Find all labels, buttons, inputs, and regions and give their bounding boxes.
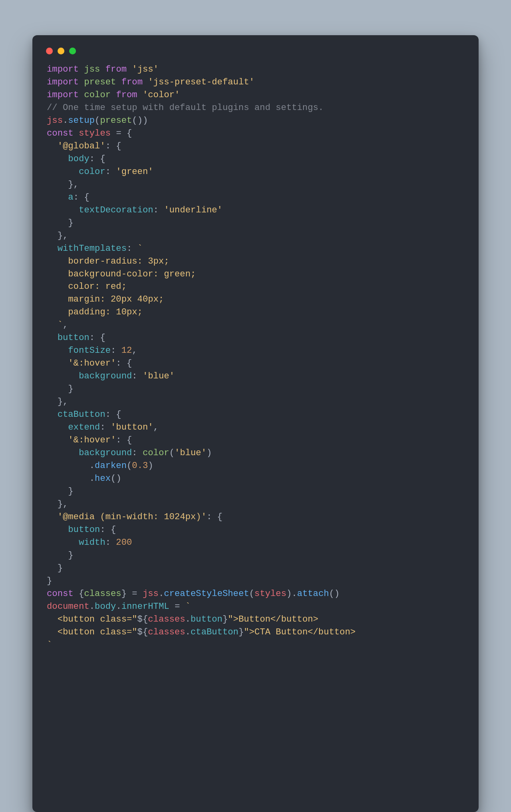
keyword-import: import <box>47 90 79 100</box>
key-hover: '&:hover' <box>68 358 116 368</box>
ident-classes: classes <box>148 614 185 624</box>
tpl-line: color: red; <box>47 282 127 292</box>
ident-preset: preset <box>84 77 116 87</box>
ident-jss: jss <box>84 64 100 74</box>
code-block: import jss from 'jss' import preset from… <box>44 63 467 652</box>
window-controls <box>44 45 467 63</box>
tpl-line: margin: 20px 40px; <box>47 294 164 304</box>
ident-color: color <box>143 448 170 458</box>
string-preset: 'jss-preset-default' <box>148 77 254 87</box>
tpl-line: padding: 10px; <box>47 307 143 317</box>
key-button: button <box>58 333 90 343</box>
string-color: 'color' <box>143 90 180 100</box>
key-color: color <box>79 167 106 177</box>
ident-preset: preset <box>100 116 132 126</box>
key-width: width <box>79 538 106 548</box>
method-hex: hex <box>95 474 111 484</box>
val-button: 'button' <box>111 422 154 432</box>
keyword-const: const <box>47 128 74 138</box>
comment: // One time setup with default plugins a… <box>47 103 323 113</box>
num-03: 0.3 <box>132 461 148 471</box>
val-green: 'green' <box>116 167 153 177</box>
val-underline: 'underline' <box>164 205 222 215</box>
ident-styles: styles <box>79 128 111 138</box>
ident-classes: classes <box>84 589 121 599</box>
zoom-icon[interactable] <box>69 48 76 54</box>
ident-jss: jss <box>47 116 63 126</box>
val-blue: 'blue' <box>175 448 207 458</box>
key-global: '@global' <box>58 141 106 151</box>
key-fontsize: fontSize <box>68 346 111 356</box>
close-icon[interactable] <box>46 48 53 54</box>
prop-ctabutton: ctaButton <box>191 627 239 637</box>
key-extend: extend <box>68 422 100 432</box>
tpl-text: ">CTA Button</button> <box>244 627 356 637</box>
tpl-text: ">Button</button> <box>228 614 318 624</box>
ident-jss: jss <box>143 589 159 599</box>
keyword-from: from <box>106 64 127 74</box>
tpl-line: border-radius: 3px; <box>47 256 169 266</box>
ident-color: color <box>84 90 111 100</box>
method-createstylesheet: createStyleSheet <box>164 589 249 599</box>
method-attach: attach <box>297 589 329 599</box>
code-window: import jss from 'jss' import preset from… <box>32 35 479 812</box>
prop-innerhtml: innerHTML <box>121 602 169 612</box>
string-jss: 'jss' <box>132 64 159 74</box>
keyword-const: const <box>47 589 74 599</box>
keyword-from: from <box>121 77 142 87</box>
ident-classes: classes <box>148 627 185 637</box>
key-a: a <box>68 192 73 202</box>
minimize-icon[interactable] <box>58 48 64 54</box>
key-button: button <box>68 525 100 535</box>
keyword-from: from <box>116 90 137 100</box>
key-withtemplates: withTemplates <box>58 244 127 254</box>
tpl-text: <button class=" <box>47 614 137 624</box>
key-body: body <box>68 154 89 164</box>
key-hover: '&:hover' <box>68 435 116 445</box>
prop-body: body <box>95 602 116 612</box>
key-background: background <box>79 371 132 381</box>
num-200: 200 <box>116 538 132 548</box>
keyword-import: import <box>47 77 79 87</box>
key-ctabutton: ctaButton <box>58 410 106 420</box>
ident-styles: styles <box>254 589 286 599</box>
key-textdecoration: textDecoration <box>79 205 153 215</box>
val-blue: 'blue' <box>143 371 175 381</box>
num-12: 12 <box>121 346 132 356</box>
key-media: '@media (min-width: 1024px)' <box>58 512 207 522</box>
key-background: background <box>79 448 132 458</box>
method-setup: setup <box>68 116 95 126</box>
method-darken: darken <box>95 461 127 471</box>
tpl-line: background-color: green; <box>47 269 196 279</box>
ident-document: document <box>47 602 90 612</box>
prop-button: button <box>191 614 223 624</box>
stage: import jss from 'jss' import preset from… <box>0 0 511 812</box>
tpl-line <box>47 320 58 330</box>
tpl-text: <button class=" <box>47 627 137 637</box>
keyword-import: import <box>47 64 79 74</box>
